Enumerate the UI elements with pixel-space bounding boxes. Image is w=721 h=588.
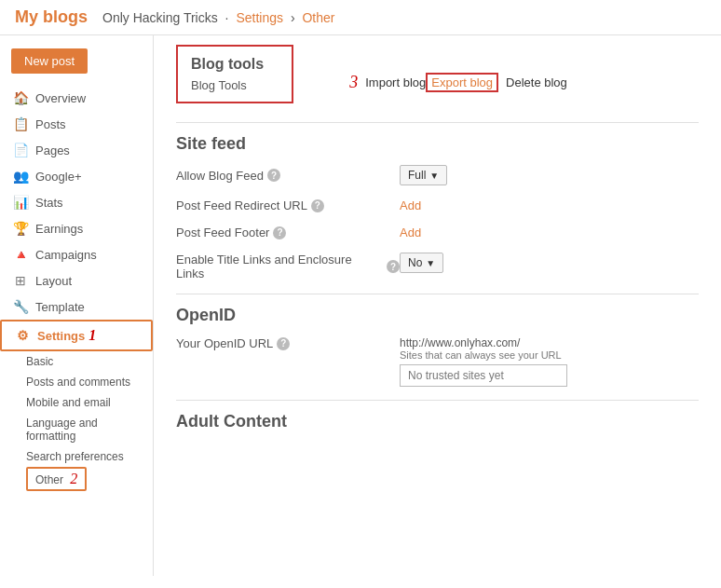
title-links-select[interactable]: No ▼	[400, 253, 443, 273]
openid-url-label: Your OpenID URL ?	[176, 336, 400, 350]
import-blog-link[interactable]: Import blog	[365, 75, 426, 89]
blog-tools-section: Blog tools Blog Tools 3 Import blog Expo…	[176, 45, 699, 111]
allow-feed-help[interactable]: ?	[267, 169, 280, 182]
divider-3	[176, 400, 699, 401]
post-footer-label: Post Feed Footer ?	[176, 226, 400, 239]
sidebar-label-stats: Stats	[35, 196, 63, 210]
subnav-other[interactable]: Other 2	[26, 467, 87, 491]
pages-icon: 📄	[11, 143, 30, 157]
openid-url-desc: Sites that can always see your URL	[400, 349, 567, 361]
title-links-label: Enable Title Links and Enclosure Links ?	[176, 253, 400, 280]
template-icon: 🔧	[11, 299, 30, 314]
sidebar-item-googleplus[interactable]: 👥 Google+	[0, 163, 153, 189]
site-feed-heading: Site feed	[176, 134, 699, 154]
sidebar-label-template: Template	[35, 300, 85, 314]
post-footer-value: Add	[400, 226, 421, 239]
header: My blogs Only Hacking Tricks · Settings …	[0, 0, 721, 35]
blog-name: Only Hacking Tricks	[102, 10, 218, 25]
campaigns-icon: 🔺	[11, 247, 30, 262]
annotation-3: 3	[349, 73, 358, 92]
allow-feed-select[interactable]: Full ▼	[400, 165, 447, 185]
sidebar-item-campaigns[interactable]: 🔺 Campaigns	[0, 241, 153, 267]
post-redirect-value: Add	[400, 198, 421, 212]
sidebar-label-layout: Layout	[35, 274, 72, 288]
my-blogs-link[interactable]: My blogs	[15, 7, 88, 27]
annotation-1: 1	[88, 327, 96, 344]
chevron-down-icon: ▼	[429, 171, 439, 181]
blog-tools-label: Blog Tools	[191, 78, 264, 92]
breadcrumb: Only Hacking Tricks · Settings › Other	[102, 10, 334, 25]
allow-feed-row: Allow Blog Feed ? Full ▼	[176, 165, 699, 185]
adult-content-section: Adult Content	[176, 412, 699, 431]
trusted-sites-box: No trusted sites yet	[400, 364, 567, 387]
sidebar-label-posts: Posts	[35, 117, 66, 131]
title-links-help[interactable]: ?	[387, 260, 400, 273]
divider-2	[176, 294, 699, 294]
adult-content-heading: Adult Content	[176, 412, 699, 431]
post-redirect-help[interactable]: ?	[311, 199, 324, 212]
sidebar-item-pages[interactable]: 📄 Pages	[0, 137, 153, 163]
subnav-language[interactable]: Language and formatting	[26, 413, 153, 446]
openid-url-value: http://www.onlyhax.com/ Sites that can a…	[400, 336, 567, 387]
post-footer-help[interactable]: ?	[273, 226, 286, 239]
sidebar-label-campaigns: Campaigns	[35, 248, 97, 262]
sidebar-item-overview[interactable]: 🏠 Overview	[0, 85, 153, 111]
googleplus-icon: 👥	[11, 169, 30, 184]
site-feed-section: Site feed Allow Blog Feed ? Full ▼ Post …	[176, 134, 699, 280]
sidebar-label-googleplus: Google+	[35, 170, 82, 184]
main-layout: New post 🏠 Overview 📋 Posts 📄 Pages 👥 Go…	[0, 35, 721, 576]
sidebar: New post 🏠 Overview 📋 Posts 📄 Pages 👥 Go…	[0, 35, 154, 576]
sidebar-label-pages: Pages	[35, 144, 70, 157]
subnav-mobile-email[interactable]: Mobile and email	[26, 392, 153, 413]
sidebar-item-template[interactable]: 🔧 Template	[0, 294, 153, 320]
openid-url-row: Your OpenID URL ? http://www.onlyhax.com…	[176, 336, 699, 387]
chevron-down-icon-2: ▼	[426, 258, 435, 268]
blog-tools-title: Blog tools	[191, 56, 264, 73]
settings-icon: ⚙	[13, 328, 32, 343]
allow-feed-value: Full ▼	[400, 165, 447, 185]
home-icon: 🏠	[11, 90, 30, 105]
sidebar-item-stats[interactable]: 📊 Stats	[0, 189, 153, 215]
export-blog-link[interactable]: Export blog	[426, 73, 498, 92]
blog-tools-box: Blog tools Blog Tools	[176, 45, 293, 103]
stats-icon: 📊	[11, 195, 30, 210]
sidebar-item-earnings[interactable]: 🏆 Earnings	[0, 215, 153, 241]
sidebar-label-settings: Settings	[37, 329, 85, 343]
subnav-basic[interactable]: Basic	[26, 351, 153, 372]
settings-subnav: Basic Posts and comments Mobile and emai…	[0, 351, 153, 491]
post-footer-add[interactable]: Add	[400, 226, 421, 239]
content-area: Blog tools Blog Tools 3 Import blog Expo…	[154, 35, 721, 576]
other-link[interactable]: Other	[302, 10, 334, 25]
openid-section: OpenID Your OpenID URL ? http://www.only…	[176, 306, 699, 387]
post-redirect-add[interactable]: Add	[400, 198, 421, 212]
sidebar-label-overview: Overview	[35, 91, 86, 105]
post-redirect-row: Post Feed Redirect URL ? Add	[176, 198, 699, 212]
posts-icon: 📋	[11, 116, 30, 131]
divider-1	[176, 122, 699, 123]
openid-url-text: http://www.onlyhax.com/	[400, 336, 567, 349]
settings-link[interactable]: Settings	[236, 10, 283, 25]
subnav-search[interactable]: Search preferences	[26, 446, 153, 467]
new-post-button[interactable]: New post	[11, 48, 88, 74]
sidebar-item-posts[interactable]: 📋 Posts	[0, 111, 153, 137]
post-footer-row: Post Feed Footer ? Add	[176, 226, 699, 239]
annotation-2: 2	[70, 471, 77, 486]
blog-tools-actions: 3 Import blog Export blog Delete blog	[349, 45, 567, 92]
post-redirect-label: Post Feed Redirect URL ?	[176, 198, 400, 212]
title-links-value: No ▼	[400, 253, 443, 273]
sidebar-label-earnings: Earnings	[35, 222, 83, 236]
openid-heading: OpenID	[176, 306, 699, 325]
allow-feed-label: Allow Blog Feed ?	[176, 169, 400, 183]
subnav-posts-comments[interactable]: Posts and comments	[26, 372, 153, 392]
openid-help[interactable]: ?	[277, 337, 290, 350]
delete-blog-link[interactable]: Delete blog	[506, 75, 567, 89]
sidebar-item-settings[interactable]: ⚙ Settings 1	[0, 320, 153, 351]
title-links-row: Enable Title Links and Enclosure Links ?…	[176, 253, 699, 280]
layout-icon: ⊞	[11, 273, 30, 288]
earnings-icon: 🏆	[11, 221, 30, 236]
sidebar-item-layout[interactable]: ⊞ Layout	[0, 267, 153, 294]
